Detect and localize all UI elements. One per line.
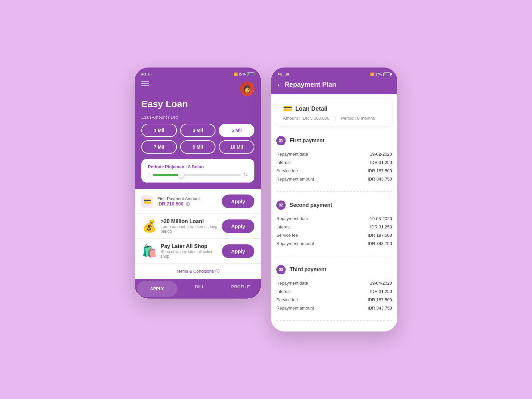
fp-dot: ⓘ: [186, 202, 190, 206]
payment-row-0-2: Service fee IDR 187.500: [276, 167, 392, 175]
slider-max: 24: [243, 173, 248, 177]
payment-row-0-3: Repayment amount IDR 843.750: [276, 175, 392, 183]
ld-header: 💳 Loan Detail: [283, 104, 385, 113]
promo-card-1: 🛍️ Pay Later All Shop Shop now, pay late…: [135, 239, 261, 264]
promo-sub-0: Large amount, low interest, long period: [161, 224, 218, 234]
fp-left: 💳 First Payment Amount IDR 710.500 ⓘ: [141, 196, 200, 207]
slider-min: 1: [148, 173, 150, 177]
payment-header-2: 03 Third payment: [276, 260, 392, 278]
battery-pct-left: 27%: [239, 72, 246, 76]
status-icons-left: 📶 27%: [234, 72, 254, 76]
payment-row-2-0: Repayment date 19-04-2020: [276, 279, 392, 287]
notch-right: [313, 67, 356, 76]
loan-detail-card: 💳 Loan Detail Amount : IDR 5.000.000 | P…: [276, 99, 392, 126]
fp-info: First Payment Amount IDR 710.500 ⓘ: [157, 196, 200, 207]
signal-right: 4G .ull: [278, 72, 289, 76]
nav-item-bill[interactable]: BILL: [180, 279, 220, 299]
slider-thumb[interactable]: [178, 172, 184, 178]
payment-header-1: 02 Second payment: [276, 196, 392, 213]
promo-info-0: >20 Million Loan! Large amount, low inte…: [161, 218, 218, 234]
amount-btn-3[interactable]: 7 Mil: [141, 140, 177, 154]
right-phone: 4G .ull 15:10 📶 27% ‹ Repayment Plan 💳 L…: [271, 67, 397, 332]
terms-text: Terms & Conditions: [176, 269, 214, 274]
first-payment-card: 💳 First Payment Amount IDR 710.500 ⓘ App…: [135, 189, 261, 214]
ld-sub: Amount : IDR 5.000.000 | Period : 8 mont…: [283, 116, 385, 121]
payment-section-0: 01 First payment Repayment date 19-02-20…: [271, 131, 397, 187]
amount-btn-0[interactable]: 1 Mil: [141, 124, 177, 137]
amount-btn-2[interactable]: 5 Mil: [219, 124, 254, 137]
avatar[interactable]: 👩: [240, 81, 254, 96]
payment-header-0: 01 First payment: [276, 131, 392, 149]
hamburger-menu[interactable]: [141, 81, 149, 86]
amount-btn-5[interactable]: 10 Mil: [219, 140, 254, 154]
promo-card-0: 💰 >20 Million Loan! Large amount, low in…: [135, 214, 261, 239]
promo-icon-0: 💰: [141, 219, 157, 233]
period-card: Periode Pinjaman : 8 Bulan 1 24: [141, 159, 254, 183]
back-button[interactable]: ‹: [278, 81, 280, 88]
slider-track[interactable]: [153, 174, 241, 176]
divider-2: [276, 320, 392, 321]
payment-row-2-1: Interest IDR 31.250: [276, 287, 392, 296]
amount-btn-1[interactable]: 3 Mil: [180, 124, 216, 137]
fp-label: First Payment Amount: [157, 196, 200, 201]
status-icons-right: 📶 27%: [370, 72, 391, 76]
payment-row-1-0: Repayment date 19-03-2020: [276, 214, 392, 223]
slider-fill: [153, 174, 181, 176]
payment-title-2: Third payment: [290, 267, 326, 273]
amount-btn-4[interactable]: 9 Mil: [180, 140, 216, 154]
promo-title-1: Pay Later All Shop: [161, 243, 218, 249]
ld-amount: Amount : IDR 5.000.000: [283, 116, 329, 121]
signal-left: 4G .ull: [141, 72, 153, 76]
left-phone: 4G .ull 15:10 📶 27% 👩 Easy Loan Loan Amo…: [135, 67, 261, 299]
promo-sub-1: Shop now, pay later, all online shop: [161, 249, 218, 259]
payment-row-2-3: Repayment amount IDR 843.750: [276, 304, 392, 312]
left-header: 👩 Easy Loan Loan Amount (IDR) 1 Mil 3 Mi…: [135, 78, 261, 189]
period-label: Periode Pinjaman : 8 Bulan: [148, 164, 248, 169]
payment-rows-0: Repayment date 19-02-2020 Interest IDR 3…: [276, 149, 392, 185]
apply-button-promo-1[interactable]: Apply: [222, 244, 254, 258]
battery-icon-right: [383, 72, 391, 76]
notch-left: [176, 67, 219, 76]
ld-period: Period : 8 months: [341, 116, 375, 121]
payment-rows-1: Repayment date 19-03-2020 Interest IDR 3…: [276, 213, 392, 249]
payment-row-1-1: Interest IDR 31.250: [276, 223, 392, 231]
payment-row-0-1: Interest IDR 31.250: [276, 158, 392, 167]
payment-num-2: 03: [276, 265, 286, 274]
app-title: Easy Loan: [141, 99, 254, 109]
ld-icon: 💳: [283, 104, 292, 113]
slider-container: 1 24: [148, 173, 248, 177]
payment-row-1-3: Repayment amount IDR 843.750: [276, 239, 392, 248]
fp-amount: IDR 710.500 ⓘ: [157, 201, 200, 207]
payment-row-2-2: Service fee IDR 187.500: [276, 296, 392, 304]
promo-icon-1: 🛍️: [141, 244, 157, 258]
period-value: 8 Bulan: [188, 164, 204, 169]
fp-icon: 💳: [141, 196, 153, 207]
battery-pct-right: 27%: [375, 72, 382, 76]
loan-amount-label: Loan Amount (IDR): [141, 115, 254, 120]
phones-container: 4G .ull 15:10 📶 27% 👩 Easy Loan Loan Amo…: [135, 67, 397, 332]
promo-info-1: Pay Later All Shop Shop now, pay later, …: [161, 243, 218, 259]
apply-button-main[interactable]: Apply: [222, 195, 254, 208]
payment-rows-2: Repayment date 19-04-2020 Interest IDR 3…: [276, 278, 392, 314]
left-content: 💳 First Payment Amount IDR 710.500 ⓘ App…: [135, 189, 261, 299]
wifi-icon-right: 📶: [370, 72, 374, 76]
header-top: 👩: [141, 81, 254, 96]
divider-0: [276, 191, 392, 192]
ld-title: Loan Detail: [295, 105, 328, 112]
bottom-nav: APPLY BILL PROFILE: [135, 279, 261, 299]
payment-section-1: 02 Second payment Repayment date 19-03-2…: [271, 196, 397, 252]
promo-title-0: >20 Million Loan!: [161, 218, 218, 224]
payment-num-0: 01: [276, 136, 286, 145]
terms-dot: ⓘ: [215, 269, 219, 274]
payment-row-0-0: Repayment date 19-02-2020: [276, 150, 392, 158]
terms-row[interactable]: Terms & Conditions ⓘ: [135, 264, 261, 279]
payment-title-0: First payment: [290, 138, 325, 144]
nav-item-profile[interactable]: PROFILE: [220, 279, 261, 299]
period-label-text: Periode Pinjaman :: [148, 164, 188, 169]
repay-header: ‹ Repayment Plan: [271, 78, 397, 94]
apply-button-promo-0[interactable]: Apply: [222, 219, 254, 233]
nav-item-apply[interactable]: APPLY: [137, 281, 178, 297]
amount-grid: 1 Mil 3 Mil 5 Mil 7 Mil 9 Mil 10 Mil: [141, 124, 254, 154]
payment-section-2: 03 Third payment Repayment date 19-04-20…: [271, 260, 397, 316]
repay-content: 💳 Loan Detail Amount : IDR 5.000.000 | P…: [271, 94, 397, 332]
